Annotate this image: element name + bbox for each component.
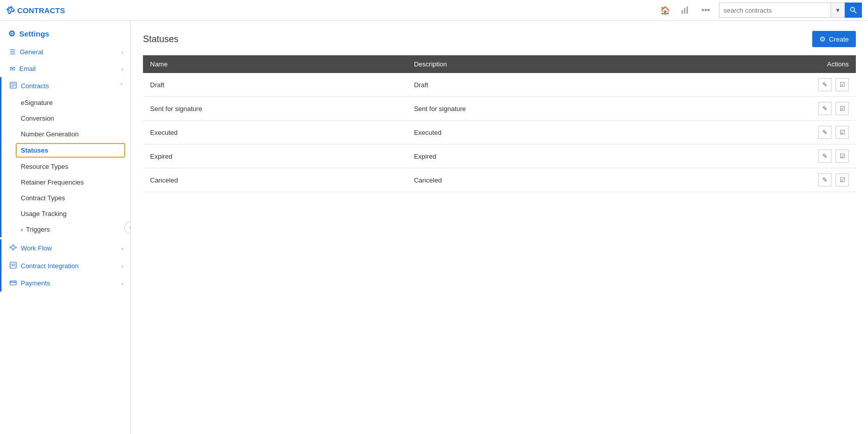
chevron-right-icon: › [121,280,123,286]
svg-rect-2 [686,7,688,14]
archive-button[interactable]: ☑ [836,126,849,139]
row-description: Draft [407,73,670,97]
row-description: Executed [407,121,670,144]
row-description: Sent for signature [407,97,670,121]
sidebar-section-general: ☰ General › [0,44,130,60]
svg-rect-0 [681,10,683,14]
edit-button[interactable]: ✎ [818,102,831,115]
row-name: Executed [143,121,407,144]
contract-integration-icon [10,262,17,270]
sidebar-sub-item-usage-tracking[interactable]: Usage Tracking [2,206,130,222]
main-content: Statuses ⚙ Create Name Description Actio… [131,21,868,434]
email-icon: ✉ [10,65,15,73]
edit-button[interactable]: ✎ [818,173,831,187]
sidebar-item-workflow[interactable]: Work Flow › [2,239,130,257]
top-nav-icons: 🏠 ••• [656,3,715,18]
home-icon-button[interactable]: 🏠 [656,3,674,18]
table-header-row: Name Description Actions [143,55,856,73]
svg-point-12 [15,247,17,248]
sidebar-item-payments-label: Payments [21,279,50,287]
sidebar-item-contract-integration[interactable]: Contract Integration › [2,257,130,275]
archive-button[interactable]: ☑ [836,150,849,163]
row-actions: ✎ ☑ [671,121,856,144]
sidebar-sub-item-esignature[interactable]: eSignature [2,95,130,111]
sidebar-item-email[interactable]: ✉ Email › [2,60,130,77]
table-row: Canceled Canceled ✎ ☑ [143,168,856,192]
chevron-right-icon: › [121,245,123,251]
app-logo: ⚖ CONTRACTS [6,5,65,16]
layout: ⚙ Settings ☰ General › ✉ Email › [0,21,868,434]
svg-line-14 [12,248,13,249]
svg-point-10 [13,245,14,246]
svg-line-4 [854,11,857,14]
general-icon: ☰ [10,48,16,56]
sidebar-item-contract-integration-label: Contract Integration [21,262,79,270]
sidebar-sub-item-conversion[interactable]: Conversion [2,111,130,126]
sidebar-sub-item-retainer-frequencies[interactable]: Retainer Frequencies [2,174,130,190]
archive-button[interactable]: ☑ [836,173,849,187]
sidebar-section-email: ✉ Email › [0,60,130,77]
row-name: Canceled [143,168,407,192]
top-nav: ⚖ CONTRACTS 🏠 ••• ▼ [0,0,868,21]
row-actions: ✎ ☑ [671,73,856,97]
table-row: Sent for signature Sent for signature ✎ … [143,97,856,121]
svg-line-16 [14,248,15,249]
edit-button[interactable]: ✎ [818,126,831,139]
table-row: Draft Draft ✎ ☑ [143,73,856,97]
sidebar-item-general[interactable]: ☰ General › [2,44,130,60]
col-description: Description [407,55,670,73]
sidebar-sub-item-resource-types[interactable]: Resource Types [2,159,130,174]
sidebar-section-contract-integration: Contract Integration › [0,257,130,275]
edit-button[interactable]: ✎ [818,150,831,163]
archive-button[interactable]: ☑ [836,102,849,115]
row-actions: ✎ ☑ [671,144,856,168]
svg-rect-17 [10,262,16,268]
svg-line-15 [14,246,15,247]
sidebar-section-payments: Payments › [0,275,130,292]
sidebar-sub-item-number-generation[interactable]: Number Generation [2,126,130,142]
chevron-down-icon: ˅ [120,83,123,89]
sidebar-item-general-label: General [20,48,43,56]
table-header: Name Description Actions [143,55,856,73]
search-dropdown-button[interactable]: ▼ [830,3,845,18]
sidebar-item-payments[interactable]: Payments › [2,275,130,292]
payments-icon [10,279,17,287]
create-button[interactable]: ⚙ Create [812,31,856,47]
edit-button[interactable]: ✎ [818,78,831,91]
svg-rect-20 [10,281,16,285]
row-actions: ✎ ☑ [671,168,856,192]
table-row: Expired Expired ✎ ☑ [143,144,856,168]
sidebar-sub-item-statuses[interactable]: Statuses [16,143,125,158]
contracts-icon [10,82,17,90]
svg-point-3 [851,8,855,12]
col-actions: Actions [671,55,856,73]
sidebar-item-email-label: Email [19,65,36,73]
svg-rect-1 [684,8,685,14]
gear-icon: ⚙ [8,29,15,39]
chevron-right-icon: › [121,49,123,55]
search-area: ▼ [719,3,862,18]
chevron-right-icon-triggers: › [21,226,23,233]
workflow-icon [10,244,17,252]
col-name: Name [143,55,407,73]
app-title: CONTRACTS [17,6,65,15]
search-button[interactable] [845,3,862,18]
row-name: Draft [143,73,407,97]
archive-button[interactable]: ☑ [836,78,849,91]
chart-icon-button[interactable] [676,3,695,18]
sidebar-section-contracts: Contracts ˅ eSignature Conversion Number… [0,77,130,237]
svg-point-11 [13,249,14,250]
page-title: Statuses [143,34,178,45]
sidebar-item-contracts[interactable]: Contracts ˅ [2,77,130,95]
more-icon-button[interactable]: ••• [697,3,715,18]
sidebar-section-workflow: Work Flow › [0,239,130,257]
sidebar-sub-item-triggers[interactable]: › Triggers [2,222,130,237]
sidebar: ⚙ Settings ☰ General › ✉ Email › [0,21,131,434]
row-name: Expired [143,144,407,168]
sidebar-sub-item-contract-types[interactable]: Contract Types [2,190,130,206]
sidebar-settings-label: Settings [19,29,49,38]
plus-icon: ⚙ [819,35,826,43]
search-input[interactable] [719,3,830,18]
row-actions: ✎ ☑ [671,97,856,121]
table-row: Executed Executed ✎ ☑ [143,121,856,144]
